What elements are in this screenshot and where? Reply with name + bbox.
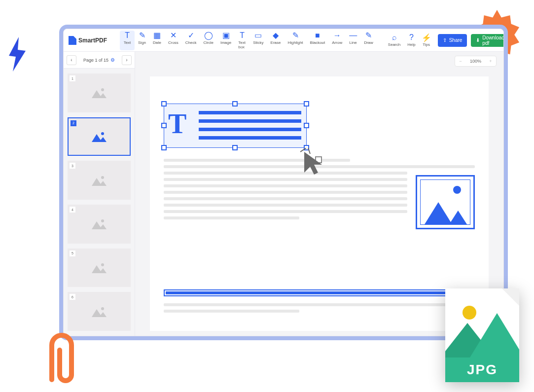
share-button[interactable]: ⇪ Share	[438, 34, 467, 47]
svg-point-3	[101, 176, 104, 179]
doc-text-line	[164, 204, 407, 207]
resize-handle-tr[interactable]	[304, 101, 309, 107]
thumbnail-list: 123456	[64, 69, 135, 336]
tool-check[interactable]: ✓Check	[182, 31, 200, 50]
thumbnail-page-4[interactable]: 4	[68, 205, 131, 244]
toolbar: SmartPDF TText✎Sign▦Date✕Cross✓Check◯Cir…	[64, 29, 503, 52]
svg-point-1	[101, 88, 104, 91]
zoom-value: 100%	[466, 59, 485, 64]
share-icon: ⇪	[443, 37, 447, 43]
next-page-button[interactable]: ›	[122, 55, 132, 65]
tool-text[interactable]: TText	[120, 31, 135, 50]
doc-text-line	[164, 172, 407, 175]
tool-circle[interactable]: ◯Circle	[200, 31, 217, 50]
sticky-icon: ▭	[254, 32, 262, 39]
image-mountain-icon	[449, 211, 467, 224]
tool-blackout[interactable]: ■Blackout	[307, 31, 329, 50]
download-button[interactable]: ⬇ Download pdf	[471, 34, 504, 47]
doc-text-line	[164, 310, 299, 313]
zoom-out-button[interactable]: −	[455, 59, 466, 64]
zoom-in-button[interactable]: +	[485, 59, 496, 64]
thumbnail-page-5[interactable]: 5	[68, 249, 131, 287]
tips-icon: ⚡	[423, 34, 430, 41]
circle-icon: ◯	[205, 32, 213, 39]
resize-handle-mr[interactable]	[304, 123, 309, 128]
doc-text-line	[164, 191, 407, 194]
resize-handle-tl[interactable]	[161, 101, 167, 107]
resize-handle-bm[interactable]	[232, 145, 238, 150]
tool-sign[interactable]: ✎Sign	[135, 31, 149, 50]
doc-text-line	[164, 184, 407, 187]
tool-cross[interactable]: ✕Cross	[165, 31, 182, 50]
document-page[interactable]	[150, 76, 489, 331]
jpg-preview	[445, 288, 519, 357]
sidebar-pagination: ‹ Page 1 of 15 ⚙ ›	[64, 52, 135, 69]
tool-tips[interactable]: ⚡Tips	[419, 33, 434, 48]
tool-draw[interactable]: ✎Draw	[360, 31, 377, 50]
resize-handle-ml[interactable]	[161, 123, 167, 128]
check-icon: ✓	[187, 32, 195, 39]
svg-line-8	[308, 148, 310, 154]
thumbnail-number: 6	[70, 294, 75, 300]
app-window: SmartPDF TText✎Sign▦Date✕Cross✓Check◯Cir…	[63, 29, 504, 336]
thumbnail-page-3[interactable]: 3	[68, 161, 131, 200]
date-icon: ▦	[153, 32, 161, 39]
share-label: Share	[449, 37, 463, 43]
sign-icon: ✎	[138, 32, 146, 39]
tool-help[interactable]: ?Help	[404, 33, 419, 48]
svg-point-5	[101, 263, 104, 266]
svg-point-2	[101, 132, 104, 135]
download-icon: ⬇	[476, 37, 480, 43]
tool-line[interactable]: —Line	[346, 31, 360, 50]
tool-date[interactable]: ▦Date	[149, 31, 165, 50]
zoom-control: − 100% +	[455, 56, 497, 67]
brand-logo[interactable]: SmartPDF	[69, 36, 107, 45]
svg-point-6	[101, 307, 104, 310]
selected-divider[interactable]	[164, 289, 475, 296]
page-settings-icon[interactable]: ⚙	[110, 57, 115, 63]
jpg-label: JPG	[445, 357, 519, 382]
thumbnail-page-6[interactable]: 6	[68, 292, 131, 331]
doc-text-line	[164, 303, 475, 306]
tool-arrow[interactable]: →Arrow	[328, 31, 346, 50]
doc-text-line	[164, 197, 407, 200]
blackout-icon: ■	[314, 32, 321, 39]
resize-handle-bl[interactable]	[161, 145, 167, 150]
doc-text-line	[164, 178, 407, 181]
brand-name: SmartPDF	[78, 37, 107, 44]
doc-text-line	[164, 210, 407, 213]
svg-point-4	[101, 219, 104, 222]
image-placeholder[interactable]	[416, 175, 475, 229]
brand-icon	[69, 36, 76, 45]
tool-text-box[interactable]: TText box	[235, 31, 249, 50]
download-label: Download pdf	[482, 35, 504, 46]
image-icon: ▣	[222, 32, 230, 39]
thumbnail-number: 3	[70, 163, 75, 169]
highlight-icon: ✎	[291, 32, 299, 39]
cursor-icon	[300, 148, 325, 178]
page-indicator: Page 1 of 15 ⚙	[83, 57, 115, 63]
sidebar: ‹ Page 1 of 15 ⚙ › 123456	[64, 52, 135, 336]
thumbnail-number: 4	[70, 207, 75, 213]
resize-handle-tm[interactable]	[232, 101, 238, 107]
erase-icon: ◆	[272, 32, 280, 39]
help-icon: ?	[407, 34, 415, 41]
tool-erase[interactable]: ◆Erase	[267, 31, 285, 50]
tool-sticky[interactable]: ▭Sticky	[249, 31, 267, 50]
svg-line-7	[300, 148, 306, 152]
tool-search[interactable]: ⌕Search	[385, 33, 404, 48]
line-icon: —	[349, 32, 357, 39]
selected-textbox[interactable]	[164, 104, 307, 148]
cross-icon: ✕	[169, 32, 177, 39]
main-area: ‹ Page 1 of 15 ⚙ › 123456 − 100% +	[64, 52, 503, 336]
search-icon: ⌕	[391, 34, 398, 41]
image-sun-icon	[453, 186, 461, 194]
prev-page-button[interactable]: ‹	[67, 55, 76, 65]
tool-highlight[interactable]: ✎Highlight	[284, 31, 306, 50]
thumbnail-number: 2	[71, 120, 76, 126]
thumbnail-number: 5	[70, 250, 75, 256]
tool-image[interactable]: ▣Image	[217, 31, 235, 50]
decoration-paperclip-icon	[39, 328, 84, 392]
thumbnail-page-2[interactable]: 2	[68, 117, 131, 156]
thumbnail-page-1[interactable]: 1	[68, 73, 131, 112]
